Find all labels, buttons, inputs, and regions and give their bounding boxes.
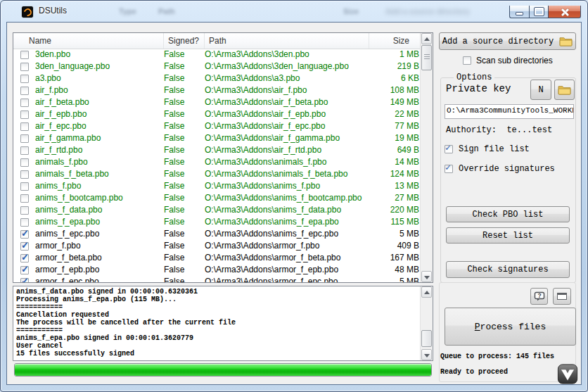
log-output[interactable]: anims_f_data.pbo signed in 00:00:00.6320… — [13, 286, 433, 361]
row-name: animals_f.pbo — [35, 156, 88, 168]
row-checkbox[interactable] — [20, 230, 29, 239]
scrollbar-thumb[interactable] — [421, 330, 432, 347]
process-files-button[interactable]: Process files — [445, 308, 576, 346]
column-header-signed[interactable]: Signed? — [164, 33, 205, 49]
scrollbar-thumb[interactable] — [421, 45, 432, 70]
table-row[interactable]: anims_f_data.pbo False O:\Arma3\Addons\a… — [13, 204, 422, 216]
arrow-down-icon — [424, 354, 430, 358]
row-checkbox[interactable] — [20, 194, 29, 203]
column-header-path[interactable]: Path — [205, 33, 369, 49]
row-checkbox[interactable] — [20, 242, 29, 251]
row-path: O:\Arma3\Addons\armor_f_beta.pbo — [205, 252, 369, 264]
row-checkbox[interactable] — [20, 134, 29, 143]
table-row[interactable]: 3den.pbo False O:\Arma3\Addons\3den.pbo … — [13, 49, 422, 61]
log-scrollbar[interactable] — [420, 286, 433, 360]
row-checkbox[interactable] — [20, 254, 29, 263]
override-signatures-checkbox[interactable]: Override signatures — [445, 164, 555, 174]
table-row[interactable]: animals_f_beta.pbo False O:\Arma3\Addons… — [13, 168, 422, 180]
check-pbo-list-button[interactable]: Check PBO list — [446, 206, 570, 222]
row-checkbox[interactable] — [20, 170, 29, 179]
table-row[interactable]: air_f_beta.pbo False O:\Arma3\Addons\air… — [13, 96, 422, 108]
table-row[interactable]: anims_f.pbo False O:\Arma3\Addons\anims_… — [13, 180, 422, 192]
private-key-path-input[interactable]: O:\Arma3CommunityTools_WORKDI — [445, 104, 574, 119]
row-checkbox[interactable] — [20, 206, 29, 215]
row-signed: False — [164, 168, 205, 180]
column-header-name[interactable]: Name — [13, 33, 164, 49]
scroll-down-button[interactable] — [421, 349, 432, 360]
table-row[interactable]: anims_f_epa.pbo False O:\Arma3\Addons\an… — [13, 216, 422, 228]
row-path: O:\Arma3\Addons\air_f_epc.pbo — [205, 120, 369, 132]
ghost-text: Size — [343, 7, 359, 15]
scan-sub-directories-checkbox[interactable]: Scan sub directories — [463, 56, 553, 65]
row-checkbox[interactable] — [20, 278, 29, 283]
table-row[interactable]: animals_f.pbo False O:\Arma3\Addons\anim… — [13, 156, 422, 168]
table-row[interactable]: a3.pbo False O:\Arma3\Addons\a3.pbo 6 KB — [13, 72, 422, 84]
row-checkbox[interactable] — [20, 218, 29, 227]
row-checkbox[interactable] — [20, 87, 29, 95]
row-size: 27 MB — [369, 192, 422, 204]
log-line: anims_f_data.pbo signed in 00:00:00.6320… — [16, 288, 420, 296]
help-button[interactable]: ? — [530, 288, 548, 305]
row-size: 1 MB — [369, 49, 422, 61]
table-row[interactable]: air_f_epc.pbo False O:\Arma3\Addons\air_… — [13, 120, 422, 132]
row-path: O:\Arma3\Addons\anims_f_epa.pbo — [205, 216, 369, 228]
row-checkbox[interactable] — [20, 146, 29, 155]
table-row[interactable]: armor_f_beta.pbo False O:\Arma3\Addons\a… — [13, 252, 422, 264]
row-signed: False — [164, 276, 205, 282]
row-checkbox[interactable] — [20, 75, 29, 83]
add-source-directory-button[interactable]: Add a source directory — [439, 32, 576, 50]
table-row[interactable]: 3den_language.pbo False O:\Arma3\Addons\… — [13, 61, 422, 72]
table-row[interactable]: air_f_rtd.pbo False O:\Arma3\Addons\air_… — [13, 144, 422, 156]
row-checkbox[interactable] — [20, 158, 29, 167]
table-row[interactable]: air_f_gamma.pbo False O:\Arma3\Addons\ai… — [13, 132, 422, 144]
column-header-size[interactable]: Size — [369, 33, 421, 49]
row-size: 19 MB — [369, 132, 422, 144]
row-checkbox[interactable] — [20, 182, 29, 191]
new-key-button[interactable]: N — [530, 80, 551, 100]
check-signatures-button[interactable]: Check signatures — [446, 261, 570, 278]
scroll-up-button[interactable] — [421, 286, 432, 298]
table-row[interactable]: anims_f_epc.pbo False O:\Arma3\Addons\an… — [13, 228, 422, 240]
row-checkbox[interactable] — [20, 63, 29, 71]
table-row[interactable]: armor_f_epc.pbo False O:\Arma3\Addons\ar… — [13, 276, 422, 282]
row-size: 167 MB — [369, 252, 422, 264]
app-icon — [22, 6, 33, 18]
scroll-down-button[interactable] — [421, 271, 432, 282]
help-bubble-icon: ? — [534, 291, 545, 302]
private-key-label: Private key — [446, 83, 511, 94]
svg-text:?: ? — [537, 292, 541, 299]
close-button[interactable] — [549, 6, 581, 18]
table-row[interactable]: anims_f_bootcamp.pbo False O:\Arma3\Addo… — [13, 192, 422, 204]
pbo-rows: 3den.pbo False O:\Arma3\Addons\3den.pbo … — [13, 49, 422, 282]
minimize-button[interactable] — [509, 6, 529, 18]
row-size: 22 MB — [369, 108, 422, 120]
row-signed: False — [164, 156, 205, 168]
log-line: Cancellation requested — [16, 311, 420, 319]
sign-file-list-checkbox[interactable]: Sign file list — [445, 144, 530, 154]
table-row[interactable]: air_f.pbo False O:\Arma3\Addons\air_f.pb… — [13, 84, 422, 96]
maximize-button[interactable] — [529, 6, 549, 18]
ghost-text: Type — [119, 7, 136, 15]
row-checkbox[interactable] — [20, 99, 29, 107]
reset-list-button[interactable]: Reset list — [446, 227, 570, 244]
row-size: 5 MB — [369, 276, 422, 282]
row-name: air_f.pbo — [35, 84, 68, 96]
row-checkbox[interactable] — [20, 51, 29, 59]
row-checkbox[interactable] — [20, 122, 29, 131]
row-name: anims_f_data.pbo — [35, 204, 102, 216]
folder-icon — [558, 84, 571, 95]
row-signed: False — [164, 120, 205, 132]
app-window: DSUtils Type Path Size Add a source dire… — [0, 0, 588, 392]
titlebar[interactable]: DSUtils Type Path Size Add a source dire… — [1, 1, 587, 22]
table-row[interactable]: armor_f_epb.pbo False O:\Arma3\Addons\ar… — [13, 264, 422, 276]
scroll-up-button[interactable] — [421, 33, 432, 44]
row-checkbox[interactable] — [20, 266, 29, 274]
maximize-icon — [535, 8, 544, 15]
window-button[interactable] — [553, 288, 571, 305]
table-row[interactable]: air_f_epb.pbo False O:\Arma3\Addons\air_… — [13, 108, 422, 120]
table-row[interactable]: armor_f.pbo False O:\Arma3\Addons\armor_… — [13, 240, 422, 252]
grip-icon — [424, 56, 430, 57]
browse-key-button[interactable] — [554, 80, 575, 100]
row-checkbox[interactable] — [20, 110, 29, 119]
list-scrollbar[interactable] — [420, 33, 433, 282]
